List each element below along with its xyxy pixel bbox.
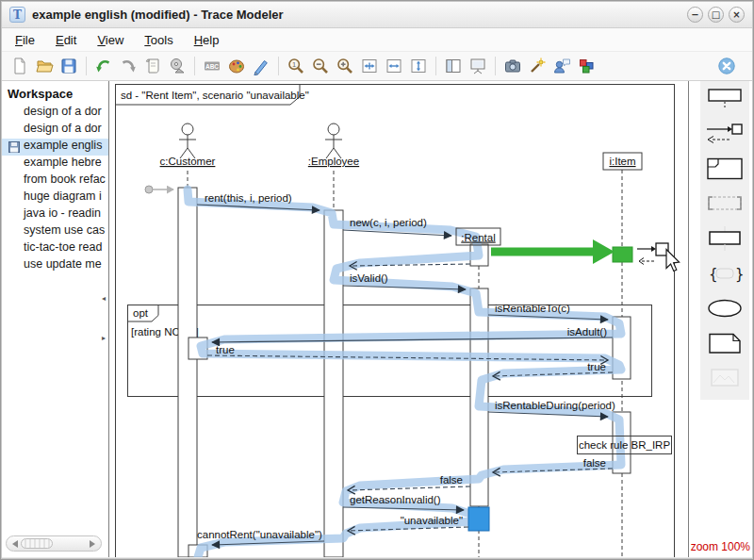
return-label-false-2[interactable]: false <box>440 474 463 486</box>
return-label-true-1[interactable]: true <box>216 344 235 355</box>
app-window: T example english (modified) - Trace Mod… <box>0 0 754 560</box>
drag-ghost-sync-message-icon <box>637 243 668 265</box>
drop-target-activation <box>613 247 632 262</box>
fit-diagram-icon[interactable] <box>357 55 382 77</box>
app-icon: T <box>9 7 25 23</box>
svg-text:}: } <box>735 266 745 283</box>
workspace-item-selected[interactable]: example englis <box>2 139 108 156</box>
actor-customer[interactable]: c:Customer <box>160 124 216 167</box>
note-tool-icon[interactable] <box>704 331 746 355</box>
sync-message-tool-icon[interactable] <box>704 122 746 146</box>
workspace-item[interactable]: from book refac <box>2 173 108 189</box>
return-label-true-2[interactable]: true <box>587 361 606 372</box>
fragment-operator[interactable]: opt <box>133 307 149 319</box>
colors-icon[interactable] <box>224 55 249 77</box>
presentation-mode-icon[interactable] <box>466 55 490 77</box>
toolbar: ABC 1 <box>2 51 752 81</box>
destroy-region-tool-icon[interactable] <box>704 191 746 216</box>
actor-employee[interactable]: :Employee <box>308 124 359 167</box>
workspace-item[interactable]: huge diagram i <box>2 189 108 206</box>
object-rental[interactable]: :Rental <box>456 228 500 245</box>
constraint-tool-icon[interactable]: {} <box>704 261 746 286</box>
save-file-icon[interactable] <box>57 55 81 77</box>
auto-layout-icon[interactable] <box>525 55 549 77</box>
message-label-new[interactable]: new(c, i, period) <box>350 217 427 228</box>
menu-edit[interactable]: Edit <box>48 30 90 50</box>
scroll-left-icon[interactable] <box>12 540 18 548</box>
fragment-tool-icon[interactable] <box>704 156 746 181</box>
draw-icon[interactable] <box>249 55 273 77</box>
scroll-right-icon[interactable] <box>90 540 95 548</box>
splitter-expand-icon[interactable]: ▸ <box>100 334 107 342</box>
zoom-in-icon[interactable] <box>333 55 357 77</box>
workspace-item[interactable]: design of a dor <box>2 122 108 139</box>
state-invariant-tool-icon[interactable] <box>704 296 746 321</box>
workspace-hscrollbar[interactable] <box>6 535 102 552</box>
fit-height-icon[interactable] <box>406 55 431 77</box>
author-note-icon[interactable] <box>549 55 574 77</box>
return-label-unavailable[interactable]: "unavailable" <box>401 515 463 526</box>
note-text[interactable]: check rule BR_IRP <box>579 439 670 451</box>
svg-text:1: 1 <box>292 60 296 69</box>
image-tool-disabled-icon <box>704 366 746 390</box>
tool-palette: {} <box>700 81 749 400</box>
export-image-icon[interactable] <box>500 55 525 77</box>
workspace-item[interactable]: example hebre <box>2 156 108 173</box>
fit-width-icon[interactable] <box>382 55 406 77</box>
zoom-actual-icon[interactable]: 1 <box>284 55 308 77</box>
minimize-button[interactable]: − <box>687 7 703 23</box>
rental-name[interactable]: :Rental <box>461 232 495 243</box>
message-label-isrentableto[interactable]: isRentableTo(c) <box>495 303 570 314</box>
message-label-getreasoninvalid[interactable]: getReasonInvalid() <box>350 494 441 505</box>
undo-icon[interactable] <box>91 55 116 77</box>
open-file-icon[interactable] <box>32 55 57 77</box>
workspace-item[interactable]: use update me <box>2 257 108 274</box>
message-label-isrentableduring[interactable]: isRentableDuring(period) <box>495 400 615 411</box>
workspace-item[interactable]: design of a dor <box>2 105 108 122</box>
generate-icon[interactable] <box>165 55 189 77</box>
message-label-isvalid[interactable]: isValid() <box>350 272 388 284</box>
workspace-item-label: example englis <box>24 139 102 152</box>
return-label-false-1[interactable]: false <box>583 457 606 469</box>
item-name[interactable]: i:Item <box>609 156 635 167</box>
menu-help[interactable]: Help <box>187 30 233 50</box>
menu-file[interactable]: File <box>8 30 48 50</box>
main-area: Workspace design of a dor design of a do… <box>2 81 752 557</box>
spelling-icon[interactable]: ABC <box>200 55 224 77</box>
customer-name[interactable]: c:Customer <box>160 156 216 167</box>
toggle-workspace-panel-icon[interactable] <box>441 55 466 77</box>
title-bar: T example english (modified) - Trace Mod… <box>2 2 752 28</box>
window-title: example english (modified) - Trace Model… <box>32 8 284 22</box>
employee-name[interactable]: :Employee <box>308 156 359 167</box>
new-file-icon[interactable] <box>8 55 32 77</box>
zoom-out-icon[interactable] <box>308 55 333 77</box>
workspace-item[interactable]: system use cas <box>2 223 108 240</box>
workspace-item[interactable]: tic-tac-toe read <box>2 240 108 257</box>
scrollbar-thumb[interactable] <box>21 538 53 549</box>
zoom-level-label: zoom 100% <box>691 540 750 553</box>
message-label-rent[interactable]: rent(this, i, period) <box>205 192 292 204</box>
menu-view[interactable]: View <box>90 30 137 50</box>
workspace-item[interactable]: java io - readin <box>2 206 108 223</box>
maximize-button[interactable]: □ <box>708 7 724 23</box>
redo-icon[interactable] <box>116 55 140 77</box>
menu-tools[interactable]: Tools <box>137 30 186 50</box>
class-blocks-icon[interactable] <box>574 55 598 77</box>
diagram-canvas[interactable]: sd - "Rent Item", scenario "unavailable"… <box>110 81 688 557</box>
object-lifeline-tool-icon[interactable] <box>704 87 746 111</box>
drag-message-preview <box>491 239 632 264</box>
selected-activation[interactable] <box>468 507 489 531</box>
workspace-title: Workspace <box>2 81 108 105</box>
message-label-isadult[interactable]: isAdult() <box>567 326 607 338</box>
customer-activation[interactable] <box>178 188 197 557</box>
frame-label[interactable]: sd - "Rent Item", scenario "unavailable" <box>121 90 309 101</box>
splitter-collapse-icon[interactable]: ◂ <box>100 294 107 303</box>
close-button[interactable]: × <box>729 7 745 23</box>
found-message[interactable] <box>145 186 173 193</box>
edit-script-icon[interactable] <box>140 55 165 77</box>
toolbar-close-icon[interactable] <box>714 55 739 77</box>
object-item[interactable]: i:Item <box>603 153 642 170</box>
workspace-panel: Workspace design of a dor design of a do… <box>2 81 109 557</box>
message-label-cannotrent[interactable]: cannotRent("unavailable") <box>197 529 322 540</box>
activation-tool-icon[interactable] <box>704 226 746 251</box>
